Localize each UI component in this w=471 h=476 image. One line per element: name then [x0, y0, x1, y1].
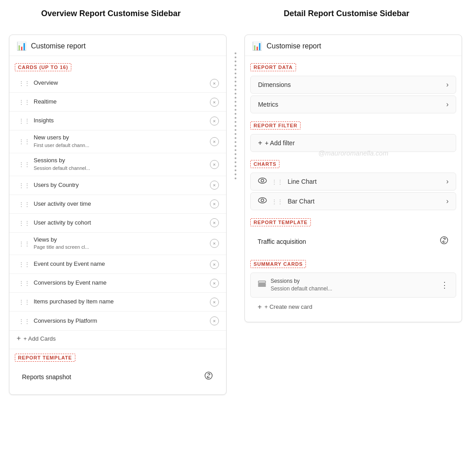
right-panel-header: 📊 Customise report [245, 35, 462, 56]
left-panel-icon: 📊 [17, 41, 26, 51]
close-button[interactable]: × [210, 218, 219, 227]
right-panel-column: 📊 Customise report REPORT DATA Dimension… [244, 35, 462, 322]
svg-point-0 [205, 372, 212, 379]
item-label: Realtime [34, 98, 57, 106]
line-chart-chevron[interactable]: › [446, 177, 449, 186]
item-label: Event count by Event name [34, 260, 105, 268]
svg-point-2 [261, 179, 264, 182]
cards-list: ⋮⋮ Overview × ⋮⋮ Realtime × ⋮⋮ Insights [9, 74, 226, 330]
list-item: ⋮⋮ Conversions by Platform × [9, 312, 226, 330]
list-item: ⋮⋮ Items purchased by Item name × [9, 293, 226, 312]
template-row-right: Traffic acquisition [250, 231, 456, 252]
left-panel: 📊 Customise report CARDS (UP TO 16) ⋮⋮ O… [9, 35, 227, 395]
list-item: ⋮⋮ Event count by Event name × [9, 255, 226, 274]
bar-chart-label: Bar Chart [288, 198, 314, 205]
drag-icon[interactable]: ⋮⋮ [18, 182, 30, 189]
item-label: Conversions by Event name [34, 279, 107, 287]
drag-icon[interactable]: ⋮⋮ [18, 161, 30, 168]
report-template-label-right: REPORT TEMPLATE [250, 218, 311, 226]
add-cards-button[interactable]: + + Add Cards [9, 330, 226, 346]
cards-section-label: CARDS (UP TO 16) [15, 63, 71, 71]
dimensions-chevron[interactable]: › [446, 81, 449, 89]
close-button[interactable]: × [210, 98, 219, 107]
eye-icon-line[interactable] [258, 177, 267, 186]
plus-filter-icon: + [258, 139, 262, 147]
close-button[interactable]: × [210, 181, 219, 190]
summary-card-row: Sessions by Session default channel... ⋮ [250, 273, 456, 298]
drag-icon[interactable]: ⋮⋮ [18, 220, 30, 226]
close-button[interactable]: × [210, 137, 219, 146]
metrics-row[interactable]: Metrics › [250, 95, 456, 113]
eye-icon-bar[interactable] [258, 197, 267, 205]
create-new-card-button[interactable]: + + Create new card [250, 299, 456, 315]
drag-icon[interactable]: ⋮⋮ [18, 240, 30, 247]
report-template-label-left: REPORT TEMPLATE [15, 354, 75, 362]
line-chart-row[interactable]: ⋮⋮ Line Chart › [250, 173, 456, 190]
close-button[interactable]: × [210, 117, 219, 125]
drag-icon[interactable]: ⋮⋮ [18, 280, 30, 286]
left-panel-header: 📊 Customise report [9, 35, 226, 56]
right-panel: 📊 Customise report REPORT DATA Dimension… [244, 35, 462, 322]
bar-chart-row[interactable]: ⋮⋮ Bar Chart › [250, 192, 456, 210]
template-icon-right[interactable] [439, 235, 449, 247]
list-item: ⋮⋮ Overview × [9, 74, 226, 93]
charts-label: CHARTS [250, 160, 279, 168]
drag-icon[interactable]: ⋮⋮ [18, 117, 30, 124]
dots-menu-icon[interactable]: ⋮ [440, 280, 449, 290]
item-label: Insights [34, 117, 54, 125]
list-item: ⋮⋮ Conversions by Event name × [9, 274, 226, 293]
svg-rect-8 [258, 286, 266, 286]
drag-icon-line: ⋮⋮ [271, 178, 283, 185]
close-button[interactable]: × [210, 316, 219, 325]
svg-point-4 [261, 199, 264, 202]
svg-rect-7 [258, 284, 266, 285]
list-item: ⋮⋮ Sessions bySession default channel...… [9, 153, 226, 176]
plus-icon: + [17, 334, 21, 342]
close-button[interactable]: × [210, 79, 219, 88]
list-item: ⋮⋮ Insights × [9, 112, 226, 130]
plus-create-icon: + [257, 303, 262, 311]
close-button[interactable]: × [210, 239, 219, 248]
drag-icon[interactable]: ⋮⋮ [18, 261, 30, 268]
template-name-right: Traffic acquisition [257, 238, 306, 245]
list-item: ⋮⋮ Realtime × [9, 93, 226, 112]
drag-icon[interactable]: ⋮⋮ [18, 201, 30, 208]
close-button[interactable]: × [210, 199, 219, 208]
add-filter-button[interactable]: + + Add filter [250, 134, 456, 152]
template-row-left: Reports snapshot [15, 366, 221, 387]
template-icon-left[interactable] [204, 371, 214, 383]
drag-icon[interactable]: ⋮⋮ [18, 299, 30, 305]
create-new-card-label: + Create new card [265, 303, 313, 310]
line-chart-label: Line Chart [288, 178, 317, 185]
drag-icon[interactable]: ⋮⋮ [18, 138, 30, 145]
right-panel-icon: 📊 [252, 41, 262, 51]
summary-card-text: Sessions by Session default channel... [270, 277, 332, 293]
close-button[interactable]: × [210, 298, 219, 307]
add-filter-label: + Add filter [265, 139, 295, 147]
item-label: Sessions bySession default channel... [34, 157, 90, 172]
right-section-title: Detail Report Customise Sidebar [231, 9, 462, 18]
item-label: Users by Country [34, 182, 78, 189]
dimensions-label: Dimensions [258, 81, 291, 88]
close-button[interactable]: × [210, 279, 219, 288]
dimensions-row[interactable]: Dimensions › [250, 76, 456, 94]
svg-point-5 [440, 237, 448, 244]
bar-chart-chevron[interactable]: › [446, 197, 449, 205]
close-button[interactable]: × [210, 260, 219, 269]
drag-icon[interactable]: ⋮⋮ [18, 99, 30, 105]
item-label: Conversions by Platform [34, 317, 97, 325]
summary-cards-label: SUMMARY CARDS [250, 260, 306, 268]
list-item: ⋮⋮ Users by Country × [9, 176, 226, 195]
svg-rect-6 [258, 281, 266, 283]
metrics-label: Metrics [258, 101, 278, 108]
item-label: New users byFirst user default chann... [34, 134, 89, 149]
left-panel-title: Customise report [31, 42, 86, 50]
list-item: ⋮⋮ User activity over time × [9, 195, 226, 214]
close-button[interactable]: × [210, 160, 219, 169]
report-data-label: REPORT DATA [250, 63, 296, 71]
drag-icon[interactable]: ⋮⋮ [18, 80, 30, 87]
metrics-chevron[interactable]: › [446, 100, 449, 108]
item-label: User activity by cohort [34, 219, 91, 227]
drag-icon[interactable]: ⋮⋮ [18, 318, 30, 325]
left-panel-column: 📊 Customise report CARDS (UP TO 16) ⋮⋮ O… [9, 35, 227, 395]
